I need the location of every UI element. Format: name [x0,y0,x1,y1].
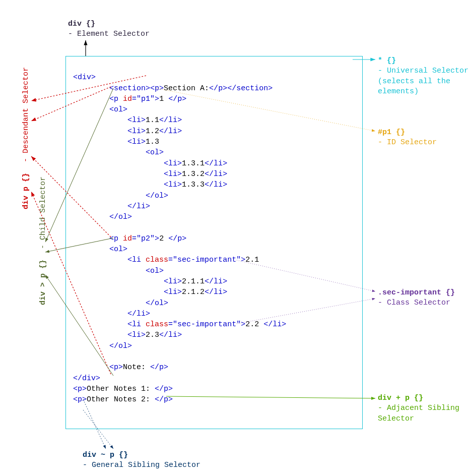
general-selector-label: div ~ p {} - General Sibling Selector [83,450,200,471]
general-selector-sub: - General Sibling Selector [83,460,200,470]
adjacent-selector-sub1: - Adjacent Sibling [378,403,459,413]
descendant-selector-label: div p {} - Descendant Selector [21,67,31,209]
id-selector-title: #p1 {} [378,128,405,137]
class-selector-label: .sec-important {} - Class Selector [378,288,455,309]
universal-selector-sub3: elements) [378,87,468,97]
class-selector-title: .sec-important {} [378,288,455,297]
element-selector-sub: - Element Selector [68,29,150,39]
code-block: <div> <section><p>Section A:</p></sectio… [65,56,363,429]
child-selector-sub: - Child Selector [39,176,47,249]
descendant-selector-sub: - Descendant Selector [22,67,30,162]
id-selector-sub: - ID Selector [378,138,437,148]
universal-selector-title: * {} [378,56,396,65]
universal-selector-label: * {} - Universal Selector (selects all t… [378,56,468,97]
universal-selector-sub1: - Universal Selector [378,66,468,76]
element-selector-title: div {} [68,20,95,28]
id-selector-label: #p1 {} - ID Selector [378,128,437,148]
child-selector-label: div > p {} - Child Selector [38,176,48,305]
general-selector-title: div ~ p {} [83,451,128,459]
element-selector-label: div {} - Element Selector [68,19,150,40]
class-selector-sub: - Class Selector [378,298,455,308]
adjacent-selector-title: div + p {} [378,394,423,402]
adjacent-selector-label: div + p {} - Adjacent Sibling Selector [378,393,459,424]
universal-selector-sub2: (selects all the [378,77,468,87]
child-selector-title: div > p {} [39,260,47,305]
descendant-selector-title: div p {} [22,173,30,209]
adjacent-selector-sub2: Selector [378,414,459,424]
